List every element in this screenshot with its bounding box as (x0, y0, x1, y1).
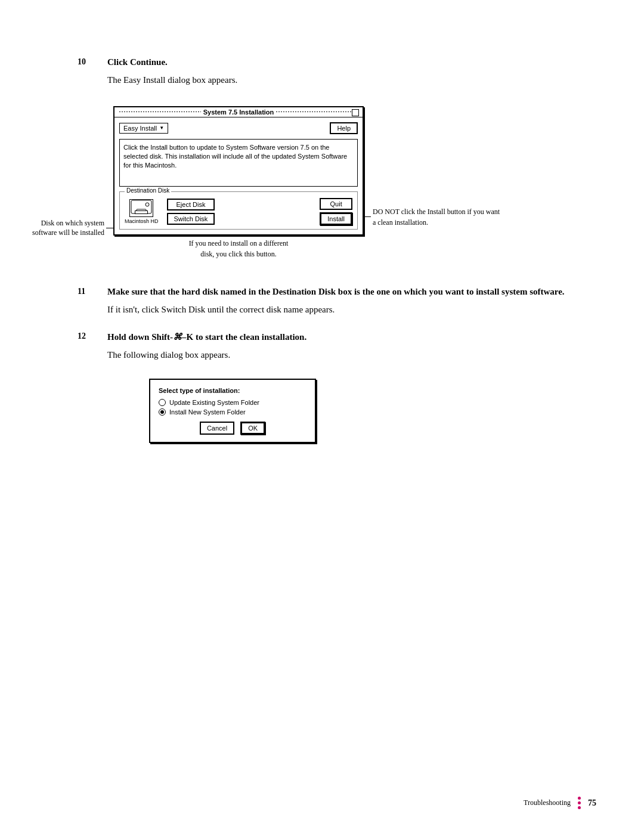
disk-icon-area: Macintosh HD (125, 199, 159, 224)
step-12-title: Hold down Shift-⌘–K to start the clean i… (107, 332, 306, 342)
bottom-annotation: If you need to install on a differentdis… (113, 238, 364, 259)
dialog1-titlebar: System 7.5 Installation (114, 107, 363, 117)
dialog1-container: Disk on which system software will be in… (113, 106, 364, 259)
dialog1-toolbar: Easy Install Help (119, 122, 358, 134)
footer-dot-2 (578, 801, 581, 804)
step-10-number: 10 (78, 57, 107, 67)
eject-disk-button[interactable]: Eject Disk (167, 199, 215, 210)
easy-install-dropdown[interactable]: Easy Install (119, 123, 168, 134)
step-10-title: Click Continue. (107, 57, 168, 67)
dialog2-buttons: Cancel OK (159, 422, 306, 435)
cancel-button[interactable]: Cancel (200, 422, 234, 435)
left-annot-line (106, 228, 113, 228)
destination-disk-group: Destination Disk (119, 191, 358, 230)
step-10-description: The Easy Install dialog box appears. (107, 73, 596, 87)
right-buttons: Quit Install (320, 198, 352, 225)
step-12: 12 Hold down Shift-⌘–K to start the clea… (78, 332, 596, 368)
left-annotation: Disk on which system software will be in… (21, 218, 104, 239)
dialog2-title: Select type of installation: (159, 387, 306, 394)
disk-svg (131, 200, 152, 216)
ok-button[interactable]: OK (240, 422, 265, 435)
dialog2: Select type of installation: Update Exis… (149, 379, 316, 443)
radio-item-1: Update Existing System Folder (159, 399, 306, 406)
step-11-title: Make sure that the hard disk named in th… (107, 287, 565, 296)
dialog2-body: Select type of installation: Update Exis… (150, 380, 315, 442)
disk-icon (129, 199, 153, 217)
radio-circle-2[interactable] (159, 408, 166, 416)
svg-rect-1 (137, 209, 146, 212)
footer-dots (578, 797, 581, 809)
radio-label-2: Install New System Folder (169, 408, 246, 416)
bottom-annot-text: If you need to install on a differentdis… (189, 239, 289, 258)
dialog2-container: Select type of installation: Update Exis… (149, 379, 596, 443)
svg-rect-0 (131, 200, 151, 213)
dialog1-bodytext: Click the Install button to update to Sy… (119, 139, 358, 187)
center-buttons: Eject Disk Switch Disk (167, 199, 215, 225)
help-button[interactable]: Help (330, 122, 358, 134)
right-annotation: DO NOT click the Install button if you w… (373, 206, 501, 228)
footer-dot-1 (578, 797, 581, 800)
radio-label-1: Update Existing System Folder (169, 399, 259, 406)
step-11-description: If it isn't, click Switch Disk until the… (107, 303, 596, 317)
step-10: 10 Click Continue. The Easy Install dial… (78, 57, 596, 93)
step-11: 11 Make sure that the hard disk named in… (78, 287, 596, 323)
footer-section: Troubleshooting (524, 798, 571, 807)
dialog1-close[interactable] (352, 109, 359, 116)
disk-name: Macintosh HD (125, 218, 159, 224)
page-footer: Troubleshooting 75 (524, 797, 596, 809)
destination-disk-label: Destination Disk (125, 187, 171, 194)
radio-group: Update Existing System Folder Install Ne… (159, 399, 306, 416)
step-12-number: 12 (78, 332, 107, 341)
step-12-description: The following dialog box appears. (107, 348, 596, 362)
step-11-number: 11 (78, 287, 107, 296)
dialog1-title: System 7.5 Installation (203, 109, 274, 116)
right-annot-line (364, 216, 371, 217)
dialog1-body: Easy Install Help Click the Install butt… (114, 117, 363, 234)
footer-page-number: 75 (588, 798, 596, 808)
install-button[interactable]: Install (320, 212, 352, 225)
quit-button[interactable]: Quit (320, 198, 352, 210)
radio-item-2: Install New System Folder (159, 408, 306, 416)
dialog1: System 7.5 Installation Easy Install Hel… (113, 106, 364, 236)
radio-circle-1[interactable] (159, 399, 166, 406)
svg-point-2 (145, 203, 149, 206)
footer-dot-3 (578, 806, 581, 809)
destination-disk-body: Macintosh HD Eject Disk Switch Disk Quit… (125, 198, 352, 225)
switch-disk-button[interactable]: Switch Disk (167, 213, 215, 225)
